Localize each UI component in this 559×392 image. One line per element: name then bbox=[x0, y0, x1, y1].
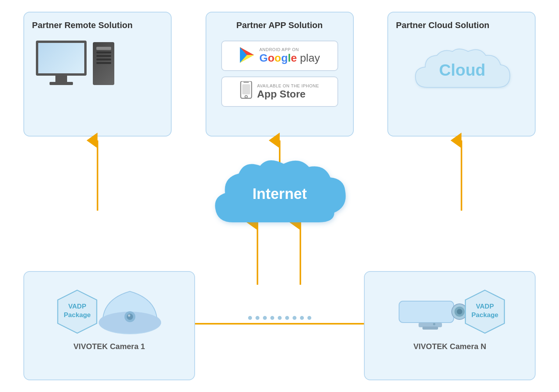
app-badges: ANDROID APP ON Google play bbox=[214, 41, 345, 107]
box-cloud-solution: Partner Cloud Solution Cloud bbox=[387, 12, 536, 137]
tower-slot-1 bbox=[96, 51, 111, 53]
cloud-svg-light: Cloud bbox=[404, 44, 521, 99]
monitor-screen bbox=[36, 41, 87, 76]
tower-drive bbox=[96, 47, 111, 50]
cloud-illustration-light: Cloud bbox=[404, 44, 521, 101]
cameraN-content: VADP Package bbox=[373, 287, 527, 336]
box-camera-1: VADP Package VIVOTEK Camera bbox=[23, 271, 195, 380]
svg-text:Cloud: Cloud bbox=[439, 61, 486, 79]
top-row: Partner Remote Solution Partner APP Solu bbox=[0, 0, 559, 137]
google-play-badge: ANDROID APP ON Google play bbox=[221, 41, 338, 71]
svg-text:Package: Package bbox=[64, 311, 91, 319]
dot-3 bbox=[263, 316, 267, 320]
app-store-text: Available on the iPhone App Store bbox=[257, 83, 319, 100]
tower-slot-2 bbox=[96, 55, 111, 57]
google-play-large: Google play bbox=[259, 52, 320, 64]
svg-rect-24 bbox=[422, 326, 438, 330]
box-app-solution: Partner APP Solution ANDROID APP ON bbox=[206, 12, 354, 137]
app-store-small: Available on the iPhone bbox=[257, 83, 319, 88]
google-play-small: ANDROID APP ON bbox=[259, 47, 320, 52]
app-store-large: App Store bbox=[257, 88, 319, 100]
camera1-label: VIVOTEK Camera 1 bbox=[73, 342, 145, 351]
bottom-row: VADP Package VIVOTEK Camera bbox=[23, 271, 536, 380]
main-container: Partner Remote Solution Partner APP Solu bbox=[0, 0, 559, 392]
svg-rect-7 bbox=[242, 84, 250, 94]
google-play-text: ANDROID APP ON Google play bbox=[259, 47, 320, 64]
svg-text:VADP: VADP bbox=[476, 303, 494, 310]
svg-point-18 bbox=[128, 314, 130, 317]
vadp-hex-n: VADP Package bbox=[461, 288, 508, 335]
monitor-stand bbox=[55, 76, 67, 82]
cameraN-label: VIVOTEK Camera N bbox=[413, 342, 486, 351]
svg-text:Package: Package bbox=[472, 311, 499, 319]
computer-tower bbox=[93, 42, 114, 85]
svg-point-17 bbox=[127, 314, 133, 320]
internet-cloud-container: Internet bbox=[202, 152, 358, 239]
ptz-camera-n bbox=[391, 287, 469, 336]
svg-text:VADP: VADP bbox=[68, 303, 86, 310]
dot-6 bbox=[285, 316, 289, 320]
dome-svg-1 bbox=[95, 287, 165, 334]
internet-cloud-svg: Internet bbox=[202, 152, 358, 238]
internet-label: Internet bbox=[252, 186, 307, 202]
tower-slot-3 bbox=[96, 59, 111, 60]
vadp-svg-1: VADP Package bbox=[54, 288, 101, 335]
dot-8 bbox=[300, 316, 304, 320]
cloud-title: Partner Cloud Solution bbox=[396, 20, 490, 30]
dot-2 bbox=[256, 316, 259, 320]
dot-9 bbox=[307, 316, 311, 320]
camera1-content: VADP Package bbox=[32, 287, 186, 336]
app-store-icon bbox=[240, 81, 252, 102]
dots-container bbox=[248, 316, 311, 320]
svg-rect-19 bbox=[399, 301, 454, 323]
svg-point-6 bbox=[245, 96, 247, 98]
google-play-icon bbox=[239, 46, 255, 65]
remote-title: Partner Remote Solution bbox=[32, 20, 133, 30]
dot-1 bbox=[248, 316, 252, 320]
svg-rect-5 bbox=[243, 82, 249, 83]
dot-4 bbox=[270, 316, 274, 320]
dome-camera-1 bbox=[95, 287, 165, 336]
box-camera-n: VADP Package VIVOTEK Camera N bbox=[364, 271, 536, 380]
app-title: Partner APP Solution bbox=[236, 20, 323, 30]
box-remote-solution: Partner Remote Solution bbox=[23, 12, 172, 137]
svg-point-25 bbox=[433, 323, 435, 325]
monitor-base bbox=[50, 82, 73, 85]
ptz-svg-n bbox=[391, 287, 469, 334]
dot-7 bbox=[293, 316, 296, 320]
vadp-hex-1: VADP Package bbox=[54, 288, 101, 335]
monitor bbox=[36, 41, 87, 85]
tower-slot-4 bbox=[96, 62, 111, 64]
app-store-badge: Available on the iPhone App Store bbox=[221, 76, 338, 107]
vadp-svg-n: VADP Package bbox=[461, 288, 508, 335]
dot-5 bbox=[278, 316, 282, 320]
computer-illustration bbox=[36, 41, 114, 85]
